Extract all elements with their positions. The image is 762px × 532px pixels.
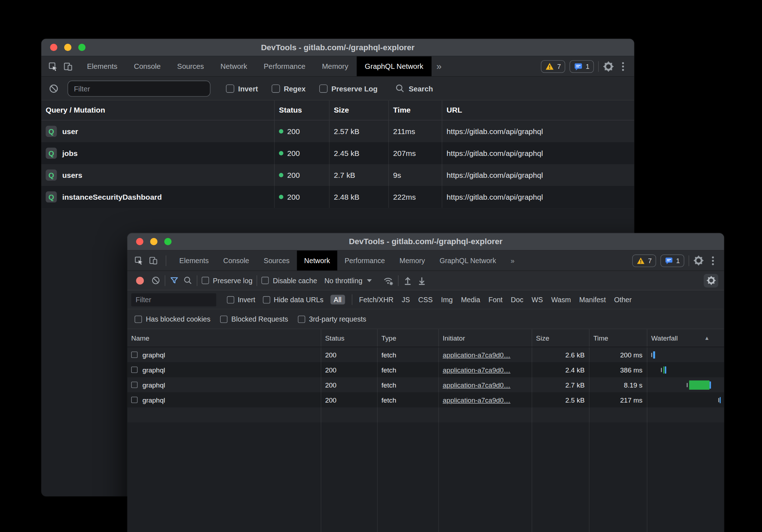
hide-data-urls-checkbox[interactable]	[263, 296, 270, 303]
tab-sources[interactable]: Sources	[257, 251, 297, 271]
column-header-name[interactable]: Name	[127, 329, 321, 347]
filter-chip-ws[interactable]: WS	[532, 296, 543, 304]
inspect-cursor-icon[interactable]	[48, 61, 58, 71]
table-row[interactable]: graphql 200 fetch application-a7ca9d0… 2…	[127, 393, 724, 408]
settings-gear-icon[interactable]	[603, 61, 614, 72]
inspect-cursor-icon[interactable]	[134, 256, 144, 265]
tab-performance[interactable]: Performance	[255, 56, 314, 76]
preserve-log-checkbox[interactable]	[202, 277, 209, 284]
table-row[interactable]: graphql 200 fetch application-a7ca9d0… 2…	[127, 377, 724, 393]
minimize-button[interactable]	[64, 44, 71, 51]
import-har-icon[interactable]	[403, 276, 413, 285]
tab-memory[interactable]: Memory	[392, 251, 432, 271]
column-header-time[interactable]: Time	[389, 100, 442, 120]
tab-console[interactable]: Console	[126, 56, 169, 76]
row-checkbox[interactable]	[131, 352, 138, 358]
filter-chip-all[interactable]: All	[330, 295, 345, 304]
filter-chip-img[interactable]: Img	[441, 296, 453, 304]
filter-chip-js[interactable]: JS	[402, 296, 410, 304]
warnings-badge[interactable]: 7	[632, 254, 656, 267]
table-row[interactable]: graphql 200 fetch application-a7ca9d0… 2…	[127, 362, 724, 377]
column-header-waterfall[interactable]: Waterfall ▲	[647, 329, 724, 347]
initiator-link[interactable]: application-a7ca9d0…	[443, 396, 511, 404]
blocked-requests-checkbox[interactable]	[220, 315, 227, 323]
filter-input[interactable]	[67, 80, 210, 96]
has-blocked-cookies-checkbox[interactable]	[135, 315, 142, 323]
table-row[interactable]: QinstanceSecurityDashboard 200 2.48 kB 2…	[41, 186, 634, 208]
column-header-status[interactable]: Status	[274, 100, 329, 120]
kebab-menu-icon[interactable]	[618, 60, 628, 72]
filter-funnel-icon[interactable]	[170, 276, 179, 285]
table-row[interactable]: graphql 200 fetch application-a7ca9d0… 2…	[127, 347, 724, 362]
tab-memory[interactable]: Memory	[314, 56, 356, 76]
row-checkbox[interactable]	[131, 367, 138, 373]
filter-chip-wasm[interactable]: Wasm	[551, 296, 571, 304]
initiator-link[interactable]: application-a7ca9d0…	[443, 351, 511, 359]
network-settings-gear-button[interactable]	[704, 274, 718, 287]
table-row[interactable]: Qusers 200 2.7 kB 9s https://gitlab.com/…	[41, 164, 634, 186]
kebab-menu-icon[interactable]	[708, 254, 718, 267]
zoom-button[interactable]	[164, 238, 171, 245]
search-label[interactable]: Search	[409, 84, 433, 92]
tab-elements[interactable]: Elements	[172, 251, 216, 271]
more-tabs-chevron[interactable]: »	[503, 251, 522, 271]
throttling-dropdown[interactable]: No throttling	[324, 276, 372, 284]
clear-icon[interactable]	[151, 276, 160, 285]
clear-icon[interactable]	[48, 83, 58, 93]
search-icon[interactable]	[183, 276, 193, 285]
filter-input[interactable]	[131, 293, 216, 306]
filter-chip-css[interactable]: CSS	[418, 296, 433, 304]
row-checkbox[interactable]	[131, 382, 138, 388]
tab-network[interactable]: Network	[297, 251, 337, 271]
column-header-size[interactable]: Size	[532, 329, 589, 347]
disable-cache-checkbox[interactable]	[262, 277, 269, 284]
close-button[interactable]	[50, 44, 57, 51]
network-conditions-icon[interactable]	[383, 276, 394, 285]
row-checkbox[interactable]	[131, 397, 138, 403]
table-row[interactable]: Qjobs 200 2.45 kB 207ms https://gitlab.c…	[41, 142, 634, 164]
column-header-url[interactable]: URL	[442, 100, 634, 120]
issues-badge[interactable]: 1	[660, 254, 684, 267]
regex-checkbox[interactable]	[272, 84, 280, 92]
column-header-status[interactable]: Status	[321, 329, 377, 347]
column-header-query-mutation[interactable]: Query / Mutation	[41, 100, 274, 120]
tab-graphql-network[interactable]: GraphQL Network	[432, 251, 503, 271]
warnings-badge[interactable]: 7	[541, 60, 565, 72]
record-network-log-button[interactable]	[136, 276, 144, 284]
tab-network[interactable]: Network	[212, 56, 255, 76]
filter-chip-doc[interactable]: Doc	[511, 296, 523, 304]
third-party-requests-checkbox[interactable]	[298, 315, 305, 323]
tab-elements[interactable]: Elements	[79, 56, 126, 76]
titlebar[interactable]: DevTools - gitlab.com/-/graphql-explorer	[127, 233, 724, 251]
minimize-button[interactable]	[150, 238, 157, 245]
issues-badge[interactable]: 1	[570, 60, 594, 72]
close-button[interactable]	[136, 238, 143, 245]
column-header-initiator[interactable]: Initiator	[439, 329, 532, 347]
titlebar[interactable]: DevTools - gitlab.com/-/graphql-explorer	[41, 39, 634, 56]
network-options-row: Has blocked cookies Blocked Requests 3rd…	[127, 309, 724, 329]
preserve-log-checkbox[interactable]	[319, 84, 328, 92]
initiator-link[interactable]: application-a7ca9d0…	[443, 366, 511, 374]
filter-chip-fetch-xhr[interactable]: Fetch/XHR	[359, 296, 394, 304]
tab-sources[interactable]: Sources	[169, 56, 212, 76]
filter-chip-media[interactable]: Media	[461, 296, 480, 304]
zoom-button[interactable]	[78, 44, 85, 51]
column-header-time[interactable]: Time	[589, 329, 647, 347]
column-header-type[interactable]: Type	[378, 329, 439, 347]
table-row[interactable]: Quser 200 2.57 kB 211ms https://gitlab.c…	[41, 120, 634, 142]
export-har-icon[interactable]	[417, 276, 427, 285]
device-toolbar-icon[interactable]	[149, 256, 158, 265]
column-header-size[interactable]: Size	[329, 100, 389, 120]
device-toolbar-icon[interactable]	[63, 61, 73, 71]
filter-chip-manifest[interactable]: Manifest	[579, 296, 606, 304]
more-tabs-chevron[interactable]: »	[432, 56, 446, 76]
tab-graphql-network[interactable]: GraphQL Network	[357, 56, 432, 76]
tab-console[interactable]: Console	[216, 251, 257, 271]
filter-chip-other[interactable]: Other	[614, 296, 632, 304]
tab-performance[interactable]: Performance	[337, 251, 392, 271]
initiator-link[interactable]: application-a7ca9d0…	[443, 381, 511, 389]
settings-gear-icon[interactable]	[693, 256, 704, 266]
invert-checkbox[interactable]	[226, 84, 234, 92]
invert-checkbox[interactable]	[227, 296, 234, 303]
filter-chip-font[interactable]: Font	[488, 296, 502, 304]
